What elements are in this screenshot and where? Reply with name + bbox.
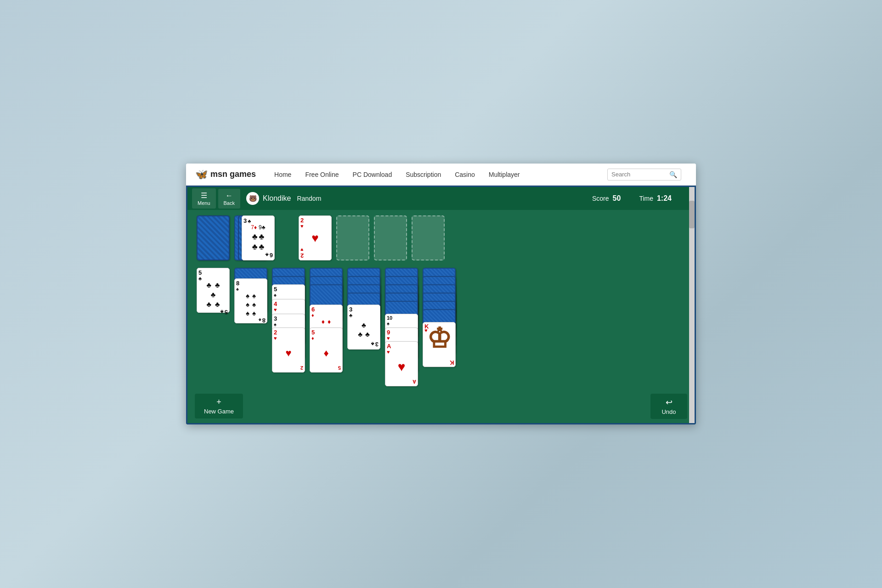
game-container: ☰ Menu ← Back 🐻 Klondike Random Score 50…	[186, 186, 696, 424]
time-value: 1:24	[657, 194, 672, 203]
tableau-col-7[interactable]: K ♥ ♔ K	[423, 268, 456, 387]
new-game-label: New Game	[204, 408, 234, 415]
time-label: Time	[639, 195, 653, 202]
back-label: Back	[224, 200, 235, 206]
scrollbar[interactable]	[689, 187, 695, 423]
bear-icon: 🐻	[246, 192, 259, 205]
nav-links: Home Free Online PC Download Subscriptio…	[274, 171, 607, 178]
search-box: 🔍	[607, 169, 681, 181]
tableau-col-2[interactable]: 8 ♠ ♠ ♠ ♠ ♠	[234, 268, 267, 323]
waste-pile[interactable]: 3 ♣ 7♦ 9♣ ♣ ♣	[234, 215, 280, 260]
game-mode: Random	[297, 195, 321, 202]
menu-button[interactable]: ☰ Menu	[192, 188, 216, 209]
logo-text: msn games	[210, 170, 256, 179]
tableau-col-3[interactable]: 5 ♠ ♠ 5 4 ♥	[272, 268, 305, 360]
bottom-bar: + New Game ↩ Undo	[187, 393, 695, 419]
foundation-2[interactable]	[336, 215, 369, 260]
nav-pc-download[interactable]: PC Download	[353, 171, 392, 178]
tableau-row: 5 ♣ ♣ ♣ ♣ ♣	[197, 268, 685, 387]
tableau-col-4[interactable]: 6 ♦ ♦ ♦ ♦ ♦	[310, 268, 343, 369]
nav-casino[interactable]: Casino	[455, 171, 475, 178]
score-area: Score 50 Time 1:24	[592, 194, 672, 203]
menu-label: Menu	[198, 200, 210, 206]
menu-icon: ☰	[201, 191, 207, 200]
score-group: Score 50	[592, 194, 621, 203]
top-row: 3 ♣ 7♦ 9♣ ♣ ♣	[197, 215, 685, 260]
time-group: Time 1:24	[639, 194, 672, 203]
foundation-3[interactable]	[374, 215, 407, 260]
browser-window: 🦋 msn games Home Free Online PC Download…	[186, 164, 696, 424]
back-icon: ←	[226, 192, 233, 200]
logo: 🦋 msn games	[195, 169, 256, 181]
new-game-button[interactable]: + New Game	[195, 394, 243, 418]
top-nav: 🦋 msn games Home Free Online PC Download…	[186, 164, 696, 186]
game-toolbar: ☰ Menu ← Back 🐻 Klondike Random Score 50…	[187, 187, 695, 210]
back-button[interactable]: ← Back	[218, 189, 240, 209]
foundation-4[interactable]	[412, 215, 445, 260]
game-name: Klondike	[263, 194, 291, 203]
nav-subscription[interactable]: Subscription	[406, 171, 441, 178]
undo-label: Undo	[662, 408, 676, 415]
score-label: Score	[592, 195, 609, 202]
scrollbar-thumb[interactable]	[689, 201, 695, 228]
stock-pile[interactable]	[197, 215, 230, 260]
new-game-icon: +	[216, 397, 221, 407]
nav-multiplayer[interactable]: Multiplayer	[489, 171, 520, 178]
undo-icon: ↩	[666, 397, 673, 407]
undo-button[interactable]: ↩ Undo	[650, 394, 687, 419]
score-value: 50	[613, 194, 621, 203]
tableau-col-6[interactable]: 10 ♠ ♠ ♠ ♠ ♠	[385, 268, 418, 387]
tableau-col-1[interactable]: 5 ♣ ♣ ♣ ♣ ♣	[197, 268, 230, 313]
search-icon[interactable]: 🔍	[669, 171, 677, 178]
logo-icon: 🦋	[195, 169, 208, 181]
foundation-1[interactable]: 2 ♥ ♥ 2 ♥	[299, 215, 332, 260]
game-title-area: 🐻 Klondike Random	[246, 192, 321, 205]
search-input[interactable]	[611, 171, 667, 178]
nav-home[interactable]: Home	[274, 171, 291, 178]
nav-free-online[interactable]: Free Online	[305, 171, 339, 178]
tableau-col-5[interactable]: 3 ♣ ♣ ♣ ♣ 3	[347, 268, 380, 360]
card-table: 3 ♣ 7♦ 9♣ ♣ ♣	[187, 210, 695, 393]
